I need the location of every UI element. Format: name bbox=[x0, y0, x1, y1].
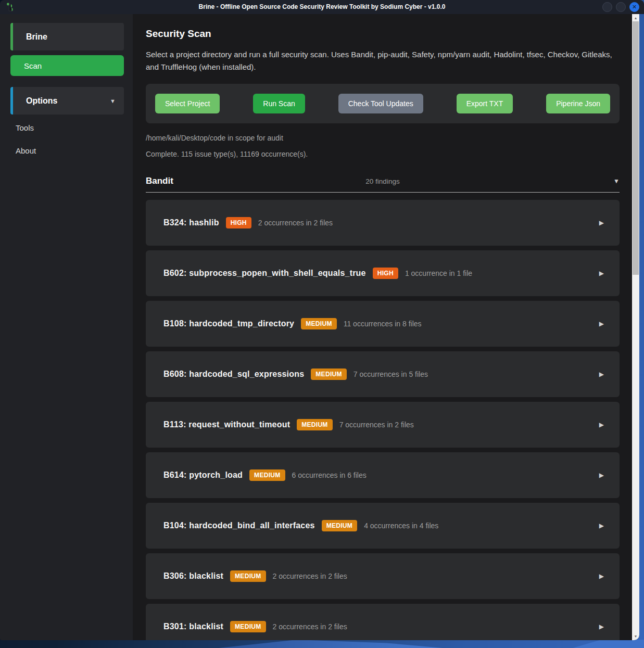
finding-card[interactable]: B306: blacklist MEDIUM 2 occurrences in … bbox=[146, 553, 620, 599]
severity-badge: HIGH bbox=[373, 268, 398, 279]
chevron-down-icon: ▼ bbox=[400, 177, 620, 185]
sidebar-item-scan[interactable]: Scan bbox=[10, 55, 124, 76]
finding-id: B104: hardcoded_bind_all_interfaces bbox=[163, 521, 315, 530]
maximize-button[interactable] bbox=[616, 2, 626, 12]
severity-badge: MEDIUM bbox=[249, 469, 285, 481]
window-title: Brine - Offline Open Source Code Securit… bbox=[0, 0, 644, 14]
titlebar[interactable]: Brine - Offline Open Source Code Securit… bbox=[0, 0, 644, 14]
options-label: Options bbox=[26, 96, 57, 106]
finding-occurrences: 7 occurrences in 5 files bbox=[353, 370, 428, 378]
vertical-scrollbar[interactable]: ▲ ▼ bbox=[632, 14, 639, 640]
finding-id: B608: hardcoded_sql_expressions bbox=[163, 370, 304, 379]
scrollbar-thumb[interactable] bbox=[633, 21, 639, 275]
section-title: Bandit bbox=[146, 176, 365, 186]
finding-card[interactable]: B108: hardcoded_tmp_directory MEDIUM 11 … bbox=[146, 301, 620, 347]
severity-badge: MEDIUM bbox=[297, 419, 332, 430]
chevron-down-icon: ▼ bbox=[110, 98, 116, 104]
severity-badge: HIGH bbox=[226, 217, 251, 228]
finding-occurrences: 1 occurrence in 1 file bbox=[405, 269, 472, 277]
severity-badge: MEDIUM bbox=[322, 520, 357, 531]
scan-scope-status: /home/kali/Desktop/code in scope for aud… bbox=[146, 134, 620, 142]
finding-card[interactable]: B602: subprocess_popen_with_shell_equals… bbox=[146, 250, 620, 296]
finding-card[interactable]: B113: request_without_timeout MEDIUM 7 o… bbox=[146, 402, 620, 448]
sidebar-item-tools[interactable]: Tools bbox=[16, 122, 124, 134]
expand-right-icon[interactable]: ▶ bbox=[599, 320, 604, 327]
finding-card[interactable]: B301: blacklist MEDIUM 2 occurrences in … bbox=[146, 604, 620, 640]
severity-badge: MEDIUM bbox=[301, 318, 336, 329]
brand-label: Brine bbox=[26, 32, 47, 42]
finding-id: B301: blacklist bbox=[163, 622, 223, 631]
finding-id: B614: pytorch_load bbox=[163, 471, 243, 480]
sidebar: Brine Scan Options ▼ Tools About bbox=[0, 14, 133, 640]
finding-occurrences: 2 occurrences in 2 files bbox=[273, 622, 347, 631]
scan-label: Scan bbox=[24, 61, 42, 70]
scan-summary-status: Complete. 115 issue type(s), 11169 occur… bbox=[146, 150, 620, 158]
finding-id: B602: subprocess_popen_with_shell_equals… bbox=[163, 269, 366, 278]
main-content: Security Scan Select a project directory… bbox=[133, 14, 632, 640]
section-header-bandit[interactable]: Bandit 20 findings ▼ bbox=[146, 176, 620, 193]
close-button[interactable]: ✕ bbox=[629, 2, 639, 12]
expand-right-icon[interactable]: ▶ bbox=[599, 421, 604, 428]
toolbar-button[interactable]: Check Tool Updates bbox=[338, 94, 423, 113]
expand-right-icon[interactable]: ▶ bbox=[599, 219, 604, 226]
finding-id: B113: request_without_timeout bbox=[163, 420, 290, 429]
toolbar-button[interactable]: Run Scan bbox=[253, 94, 305, 113]
findings-count: 20 findings bbox=[365, 177, 399, 185]
window-controls: ✕ bbox=[602, 2, 639, 12]
expand-right-icon[interactable]: ▶ bbox=[599, 270, 604, 277]
finding-occurrences: 4 occurrences in 4 files bbox=[364, 522, 438, 530]
expand-right-icon[interactable]: ▶ bbox=[599, 522, 604, 529]
finding-occurrences: 6 occurrences in 6 files bbox=[292, 471, 367, 479]
finding-id: B306: blacklist bbox=[163, 571, 223, 581]
sidebar-item-about[interactable]: About bbox=[16, 145, 124, 157]
severity-badge: MEDIUM bbox=[311, 369, 346, 380]
minimize-button[interactable] bbox=[602, 2, 612, 12]
finding-card[interactable]: B608: hardcoded_sql_expressions MEDIUM 7… bbox=[146, 351, 620, 397]
page-title: Security Scan bbox=[146, 28, 620, 40]
sidebar-brand: Brine bbox=[10, 23, 124, 50]
finding-card[interactable]: B324: hashlib HIGH 2 occurrences in 2 fi… bbox=[146, 200, 620, 246]
finding-occurrences: 2 occurrences in 2 files bbox=[273, 572, 347, 580]
toolbar-button[interactable]: Piperine Json bbox=[546, 94, 610, 113]
finding-occurrences: 11 occurrences in 8 files bbox=[344, 320, 422, 328]
finding-card[interactable]: B614: pytorch_load MEDIUM 6 occurrences … bbox=[146, 452, 620, 498]
expand-right-icon[interactable]: ▶ bbox=[599, 371, 604, 378]
scroll-up-icon[interactable]: ▲ bbox=[632, 15, 639, 21]
toolbar-button[interactable]: Export TXT bbox=[457, 94, 513, 113]
window-body: Brine Scan Options ▼ Tools About Securit… bbox=[0, 14, 639, 640]
expand-right-icon[interactable]: ▶ bbox=[599, 623, 604, 630]
toolbar: Select Project Run Scan Check Tool Updat… bbox=[146, 84, 620, 123]
toolbar-button[interactable]: Select Project bbox=[155, 94, 220, 113]
page-description: Select a project directory and run a ful… bbox=[146, 48, 614, 73]
expand-right-icon[interactable]: ▶ bbox=[599, 573, 604, 580]
finding-occurrences: 7 occurrences in 2 files bbox=[339, 421, 414, 429]
finding-id: B324: hashlib bbox=[163, 218, 219, 227]
sidebar-section-options[interactable]: Options ▼ bbox=[10, 87, 124, 115]
expand-right-icon[interactable]: ▶ bbox=[599, 472, 604, 479]
finding-id: B108: hardcoded_tmp_directory bbox=[163, 319, 294, 328]
finding-card[interactable]: B104: hardcoded_bind_all_interfaces MEDI… bbox=[146, 503, 620, 549]
severity-badge: MEDIUM bbox=[230, 570, 266, 582]
severity-badge: MEDIUM bbox=[230, 621, 266, 632]
findings-list: B324: hashlib HIGH 2 occurrences in 2 fi… bbox=[146, 200, 620, 640]
finding-occurrences: 2 occurrences in 2 files bbox=[258, 219, 333, 227]
